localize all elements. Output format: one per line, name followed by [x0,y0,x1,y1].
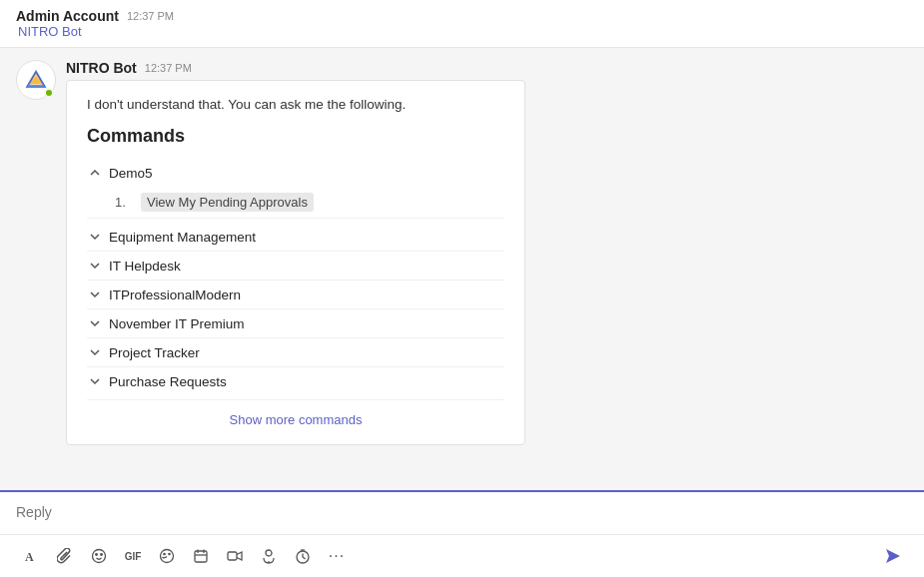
gif-button[interactable]: GIF [118,541,148,571]
admin-name: Admin Account [16,8,119,24]
chevron-down-icon-november [87,315,103,331]
admin-subtext: NITRO Bot [16,24,908,39]
bot-message-content: NITRO Bot 12:37 PM I don't understand th… [66,60,908,445]
svg-text:A: A [25,550,34,564]
bot-card: I don't understand that. You can ask me … [66,80,525,445]
audio-button[interactable] [254,541,284,571]
sticker-button[interactable] [152,541,182,571]
admin-message-bar: Admin Account 12:37 PM NITRO Bot [0,0,924,48]
emoji-button[interactable] [84,541,114,571]
collapsed-categories: Equipment Management IT Helpdesk [87,223,504,395]
chevron-down-icon-equipment [87,229,103,245]
svg-rect-11 [195,551,207,562]
svg-point-16 [266,550,272,556]
chevron-down-icon-itprofessional [87,287,103,302]
demo5-category-row[interactable]: Demo5 [87,159,504,187]
svg-point-9 [164,553,165,554]
svg-point-8 [161,550,174,563]
schedule-button[interactable] [186,541,216,571]
video-button[interactable] [220,541,250,571]
november-it-premium-label: November IT Premium [109,316,245,331]
november-it-premium-category[interactable]: November IT Premium [87,308,504,337]
it-professional-modern-label: ITProfessionalModern [109,288,241,302]
reply-input[interactable] [16,502,908,528]
command-number: 1. [115,195,133,210]
online-status-dot [44,88,54,98]
bot-message-row: NITRO Bot 12:37 PM I don't understand th… [16,60,908,445]
attach-button[interactable] [50,541,80,571]
chevron-down-icon-helpdesk [87,258,103,274]
it-helpdesk-label: IT Helpdesk [109,259,181,274]
equipment-management-category[interactable]: Equipment Management [87,223,504,251]
it-professional-modern-category[interactable]: ITProfessionalModern [87,280,504,308]
commands-title: Commands [87,126,504,147]
demo5-category: Demo5 1. View My Pending Approvals [87,159,504,223]
bot-intro: I don't understand that. You can ask me … [87,97,504,112]
bot-avatar [16,60,56,100]
toolbar: A GIF [0,534,924,577]
show-more-section: Show more commands [87,399,504,432]
show-more-commands-link[interactable]: Show more commands [230,412,363,427]
reply-area [0,490,924,534]
chevron-down-icon-projecttracker [87,344,103,360]
equipment-management-label: Equipment Management [109,230,256,245]
svg-point-6 [96,554,98,556]
send-button[interactable] [878,541,908,571]
timer-button[interactable] [288,541,318,571]
admin-time: 12:37 PM [127,10,174,22]
it-helpdesk-category[interactable]: IT Helpdesk [87,251,504,280]
bot-time: 12:37 PM [145,62,192,74]
bot-name: NITRO Bot [66,60,137,76]
svg-point-5 [93,550,106,563]
svg-point-7 [101,554,103,556]
chevron-up-icon [87,165,103,181]
command-item-1: 1. View My Pending Approvals [87,187,504,219]
project-tracker-label: Project Tracker [109,345,200,360]
project-tracker-category[interactable]: Project Tracker [87,337,504,366]
format-text-button[interactable]: A [16,541,46,571]
demo5-label: Demo5 [109,166,153,181]
svg-rect-15 [228,552,237,560]
chevron-down-icon-purchaserequests [87,373,103,389]
chat-area: NITRO Bot 12:37 PM I don't understand th… [0,48,924,490]
svg-point-10 [169,553,170,554]
purchase-requests-category[interactable]: Purchase Requests [87,366,504,395]
view-pending-approvals-link[interactable]: View My Pending Approvals [141,193,314,212]
svg-marker-20 [886,549,900,563]
more-options-button[interactable]: ··· [322,541,352,571]
purchase-requests-label: Purchase Requests [109,374,227,389]
